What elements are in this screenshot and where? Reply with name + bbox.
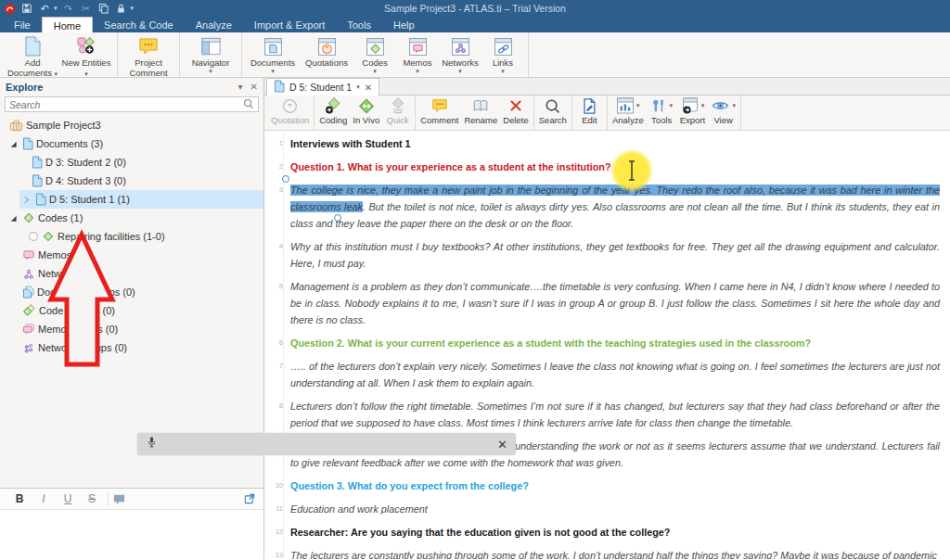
toolbar-button-analyze[interactable]: ▾Analyze [610,96,647,129]
cut-button[interactable]: ✂ [79,2,94,15]
toolbar-button-quick[interactable]: Quick [382,96,413,129]
tree-item-code-groups-0[interactable]: Code Groups (0) [0,301,263,320]
dropdown-caret-icon[interactable]: ▾ [209,69,212,74]
network-icon [22,268,35,280]
dropdown-caret-icon[interactable]: ▾ [416,69,419,74]
dropdown-caret-icon[interactable]: ▾ [501,69,505,74]
copy-button[interactable] [96,2,111,15]
svg-text:❞: ❞ [325,45,328,53]
documents-win-icon [263,37,283,57]
explorer-search-input[interactable] [9,99,243,110]
ribbon-button-add-documents[interactable]: Add Documents ▾ [6,34,59,78]
document-content[interactable]: 1Interviews with Student 12Question 1. W… [264,131,950,559]
expander-open-icon[interactable] [7,214,19,223]
tree-item-memo-groups-0[interactable]: Memo Groups (0) [0,320,263,338]
format-bold-button[interactable]: B [7,492,32,505]
toolbar-button-comment[interactable]: Comment [417,96,461,129]
tree-item-d-4-student-3-0[interactable]: D 4: Student 3 (0) [0,172,263,190]
menu-tab-search-code[interactable]: Search & Code [93,17,185,32]
undo-button[interactable]: ↶ [37,2,52,15]
expander-closed-icon[interactable] [20,196,32,204]
ribbon-button-quotations[interactable]: ❞Quotations [300,34,353,69]
radio-icon[interactable] [28,231,39,242]
format-strike-button[interactable]: S [80,492,104,505]
edit-tool-icon [581,97,597,115]
menu-tab-file[interactable]: File [3,17,42,32]
tree-item-memos-0[interactable]: Memos (0) [0,246,263,264]
tree-item-documents-3[interactable]: Documents (3) [0,134,263,153]
dropdown-caret-icon[interactable]: ▾ [458,69,462,74]
save-button[interactable] [19,2,34,15]
add-documents-icon [22,35,43,57]
paragraph-text: Interviews with Student 1 [290,138,411,149]
comment-editor[interactable] [0,510,263,559]
toolbar-button-delete[interactable]: Delete [500,96,531,129]
selection-handle-start[interactable] [282,175,289,183]
lock-button[interactable] [114,2,129,15]
toolbar-button-quotation[interactable]: ❞Quotation [268,96,312,129]
dropdown-caret-icon[interactable]: ▾ [373,69,377,74]
toolbar-button-search[interactable]: Search [536,96,570,129]
code-icon [42,230,55,243]
tree-item-network-groups-0[interactable]: Network Groups (0) [0,338,263,357]
dropdown-caret-icon[interactable]: ▾ [84,70,88,77]
atlasti-logo-button[interactable] [2,2,17,15]
title-bar: Sample Project3 - ATLAS.ti – Trial Versi… [0,0,950,17]
dropdown-caret-icon[interactable]: ▾ [732,102,736,109]
dropdown-caret-icon[interactable]: ▾ [271,69,275,74]
tree-item-networks-0[interactable]: Networks (0) [0,264,263,283]
dropdown-caret-icon[interactable]: ▾ [636,102,640,109]
ribbon-group: Add Documents ▾New Entities ▾ [2,32,118,77]
dictation-close-icon[interactable]: ✕ [497,439,507,451]
tab-caret-icon[interactable]: ▾ [356,83,360,91]
paragraph-12: 12Researcher: Are you saying that the ed… [290,524,940,541]
document-tab[interactable]: D 5: Student 1 ▾ ✕ [266,78,379,95]
toolbar-button-edit[interactable]: Edit [574,96,605,129]
menu-tab-tools[interactable]: Tools [336,17,382,32]
tab-close-icon[interactable]: ✕ [365,83,372,93]
ribbon-button-documents[interactable]: Documents▾ [246,34,300,74]
tree-item-sample-project3[interactable]: Sample Project3 [0,116,263,134]
ribbon-button-links[interactable]: Links▾ [481,34,524,74]
menu-tab-home[interactable]: Home [42,17,93,32]
tree-item-repairing-facilities-1-0[interactable]: Repairing facilities (1-0) [0,227,263,246]
menu-tab-analyze[interactable]: Analyze [185,17,243,32]
open-external-button[interactable] [243,492,256,505]
toolbar-button-in-vivo[interactable]: In Vivo [350,96,382,129]
toolbar-button-view[interactable]: ▾View [708,96,738,129]
tree-item-codes-1[interactable]: Codes (1) [0,209,263,227]
format-underline-button[interactable]: U [56,492,80,505]
paragraph-number: 7 [268,358,283,375]
dropdown-caret-icon[interactable]: ▾ [701,102,705,109]
toolbar-button-tools[interactable]: ▾Tools [647,96,677,129]
toolbar-button-rename[interactable]: Rename [461,96,500,129]
ribbon-button-navigator[interactable]: Navigator▾ [184,34,238,74]
undo-dropdown-caret-icon[interactable]: ▾ [54,5,58,12]
invivo-tool-icon [356,97,377,115]
ribbon-button-networks[interactable]: Networks▾ [439,34,481,74]
format-italic-button[interactable]: I [32,492,56,505]
comment-bubble-button[interactable] [112,493,126,505]
toolbar-button-export[interactable]: ▾Export [677,96,708,129]
toolbar-button-coding[interactable]: Coding [316,96,350,129]
redo-button[interactable]: ↷ [61,2,76,15]
tree-item-document-groups-0[interactable]: Document Groups (0) [0,283,263,301]
tree-item-d-5-student-1-1[interactable]: D 5: Student 1 (1) [0,190,263,209]
ribbon-button-codes[interactable]: Codes▾ [353,34,396,74]
lock-dropdown-caret-icon[interactable]: ▾ [131,5,135,12]
dropdown-caret-icon[interactable]: ▾ [55,70,58,77]
selection-handle-end[interactable] [334,214,341,222]
lock-icon [116,3,126,14]
ribbon-button-memos[interactable]: Memos▾ [396,34,439,74]
ribbon-button-project-comment[interactable]: Project Comment [122,34,175,78]
toolbar-group: CodingIn VivoQuick [315,95,416,130]
explorer-menu-caret-icon[interactable]: ▾ [238,82,243,92]
expander-open-icon[interactable] [7,140,19,148]
dropdown-caret-icon[interactable]: ▾ [669,102,673,109]
tree-item-d-3-student-2-0[interactable]: D 3: Student 2 (0) [0,153,263,172]
explorer-close-icon[interactable]: ✕ [250,82,258,92]
ribbon-button-new-entities[interactable]: New Entities ▾ [59,34,113,78]
dictation-bar[interactable]: ✕ [137,433,516,455]
menu-tab-import-export[interactable]: Import & Export [243,17,336,32]
menu-tab-help[interactable]: Help [382,17,426,32]
